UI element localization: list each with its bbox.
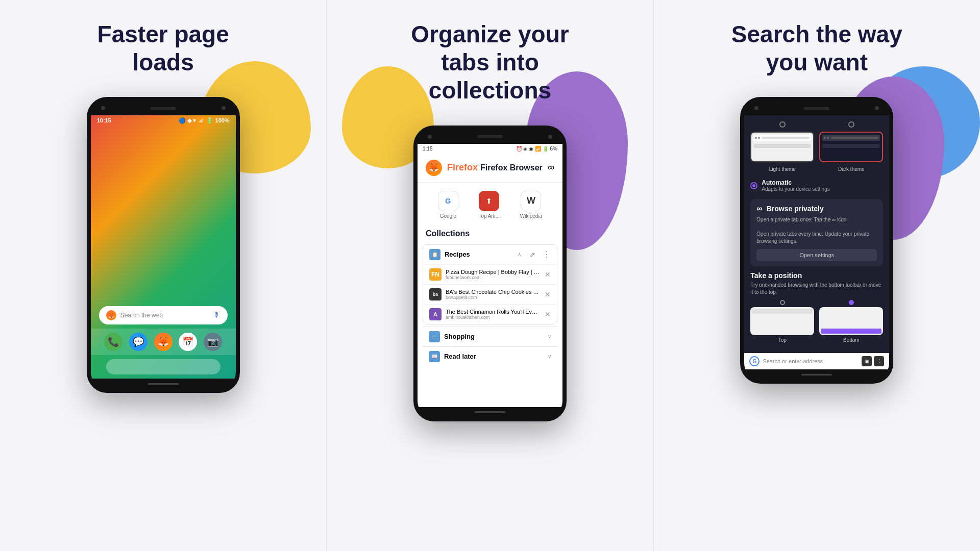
private-text3: Open private tabs every time: Update you…: [756, 231, 869, 244]
read-later-icon: 📖: [429, 351, 440, 362]
tab-cinnamon[interactable]: A The Best Cinnamon Rolls You'll Ever...…: [423, 304, 557, 324]
ff-status-time: 1:15: [423, 146, 432, 152]
tab-cookies-close[interactable]: ✕: [545, 290, 551, 298]
dot2: [758, 137, 760, 139]
light-theme-label: Light theme: [769, 166, 796, 172]
menu-btn[interactable]: ⋮: [874, 356, 884, 366]
camera-dot-left: [101, 106, 105, 110]
share-icon: ⇗: [529, 251, 535, 259]
shortcut-google[interactable]: G Google: [438, 191, 458, 219]
ddot2: [827, 137, 829, 139]
tab-pizza-close[interactable]: ✕: [545, 270, 551, 279]
shopping-chevron: ∨: [548, 334, 551, 339]
read-later-chevron: ∨: [548, 354, 551, 359]
dock-messages[interactable]: 💬: [129, 333, 148, 351]
dock-firefox[interactable]: 🦊: [154, 333, 173, 351]
position-section: Take a position Try one-handed browsing …: [750, 271, 883, 343]
panel-faster-loads: Faster page loads 10:15 🔵 ◆ ▾ 📶 🔋 100% 🦊…: [0, 0, 326, 551]
home-indicator-3: [801, 374, 832, 375]
browse-private-section: ∞ Browse privately Open a private tab on…: [750, 199, 883, 266]
recipes-collection[interactable]: 📋 Recipes ∧ ⇗ ⋮ FN Pizza Dough Recipe | …: [423, 244, 557, 324]
open-settings-button[interactable]: Open settings: [756, 249, 877, 261]
auto-subtitle: Adapts to your device settings: [762, 186, 829, 192]
wikipedia-icon: W: [521, 191, 541, 211]
pocket-icon: ⬆: [479, 191, 499, 211]
search-actions: ▣ ⋮: [862, 356, 884, 366]
ff-header: 🦊 Firefox Firefox Browser ∞: [418, 154, 562, 183]
pocket-label: Top Arti...: [478, 213, 500, 219]
ddot1: [824, 137, 826, 139]
shopping-collection[interactable]: 🛒 Shopping ∨: [423, 327, 557, 346]
tab-cinnamon-close[interactable]: ✕: [545, 310, 551, 318]
phone-bottom-bar-1: [91, 379, 236, 389]
shortcut-pocket[interactable]: ⬆ Top Arti...: [478, 191, 500, 219]
tab-cookies[interactable]: ba BA's Best Chocolate Chip Cookies R...…: [423, 284, 557, 304]
phone-mockup-2: 1:15 ⏰ ◈ ◉ 📶 🔋 6% 🦊 Firefox Firefox Brow…: [413, 126, 567, 421]
speaker-bar: [151, 107, 176, 110]
auto-theme-option[interactable]: Automatic Adapts to your device settings: [750, 178, 883, 193]
tab-pizza[interactable]: FN Pizza Dough Recipe | Bobby Flay | F..…: [423, 264, 557, 284]
preview-address: [762, 137, 810, 139]
light-theme-option[interactable]: Light theme: [750, 121, 814, 172]
dock-phone[interactable]: 📞: [104, 333, 122, 351]
dark-theme-option[interactable]: Dark theme: [819, 121, 883, 172]
firefox-icon-widget: 🦊: [106, 310, 116, 320]
google-icon: G: [438, 191, 458, 211]
bottom-bar-indicator: [821, 329, 881, 334]
browse-private-text: Open a private tab once: Tap the ∞ icon.…: [756, 216, 877, 245]
tab-count-btn[interactable]: ▣: [862, 356, 872, 366]
tab-cinnamon-info: The Best Cinnamon Rolls You'll Ever... a…: [446, 309, 541, 320]
dark-preview-search: [822, 144, 880, 148]
status-time-1: 10:15: [97, 117, 111, 124]
shortcut-wikipedia[interactable]: W Wikipedia: [520, 191, 542, 219]
panel-search-way: Search the way you want: [654, 0, 980, 551]
search-field-placeholder: Search or enter address: [763, 358, 859, 364]
light-preview-search: [753, 144, 811, 148]
homescreen: 10:15 🔵 ◆ ▾ 📶 🔋 100% 🦊 Search the web 🎙 …: [91, 115, 236, 379]
phone-bottom-bar-2: [418, 407, 562, 417]
position-title: Take a position: [750, 271, 883, 280]
bottom-position-option[interactable]: Bottom: [819, 300, 883, 343]
speaker-bar-3: [804, 107, 829, 110]
google-g-icon: G: [749, 356, 760, 366]
dock-calendar[interactable]: 📅: [179, 333, 197, 351]
bottom-search-bar[interactable]: G Search or enter address ▣ ⋮: [744, 353, 889, 369]
panel1-title: Faster page loads: [97, 20, 229, 77]
phone-mockup-1: 10:15 🔵 ◆ ▾ 📶 🔋 100% 🦊 Search the web 🎙 …: [87, 97, 240, 393]
homescreen-pill: [106, 359, 220, 374]
dock-camera[interactable]: 📷: [204, 333, 222, 351]
auto-radio: [750, 182, 757, 189]
top-position-radio: [780, 300, 785, 305]
tab-cinnamon-url: ambitiouskitchen.com: [446, 315, 541, 320]
dark-settings-screen: Light theme Dark theme: [744, 115, 889, 353]
firefox-logo: 🦊: [426, 160, 442, 176]
tab-pizza-title: Pizza Dough Recipe | Bobby Flay | F...: [446, 269, 541, 275]
read-later-name: Read later: [444, 353, 542, 360]
bottom-label: Bottom: [843, 337, 860, 343]
private-mode-icon: ∞: [548, 162, 554, 173]
panel2-title: Organize your tabs into collections: [411, 20, 569, 105]
browse-private-label: Browse privately: [767, 205, 824, 213]
phone-notch-3: [744, 101, 889, 115]
camera-dot-right-3: [875, 106, 879, 110]
phone-notch-1: [91, 101, 236, 115]
dark-theme-preview: [819, 132, 883, 162]
light-theme-radio-container: [750, 121, 814, 130]
top-position-option[interactable]: Top: [750, 300, 814, 343]
position-options: Top Bottom: [750, 300, 883, 343]
light-theme-preview: [750, 132, 814, 162]
foodnetwork-favicon: FN: [429, 268, 442, 281]
shopping-name: Shopping: [444, 333, 542, 340]
more-icon: ⋮: [543, 249, 551, 259]
camera-dot-left-3: [754, 106, 758, 110]
top-bar-indicator: [752, 309, 813, 314]
search-bar-widget[interactable]: 🦊 Search the web 🎙: [99, 306, 228, 324]
ambitiouskitchen-favicon: A: [429, 308, 442, 320]
private-mask-icon: ∞: [756, 204, 762, 213]
tab-pizza-url: foodnetwork.com: [446, 275, 541, 280]
home-indicator-2: [475, 411, 505, 413]
auto-title: Automatic: [762, 179, 829, 186]
recipes-icon: 📋: [429, 249, 440, 260]
dark-theme-label: Dark theme: [838, 166, 865, 172]
read-later-collection[interactable]: 📖 Read later ∨: [423, 346, 557, 366]
